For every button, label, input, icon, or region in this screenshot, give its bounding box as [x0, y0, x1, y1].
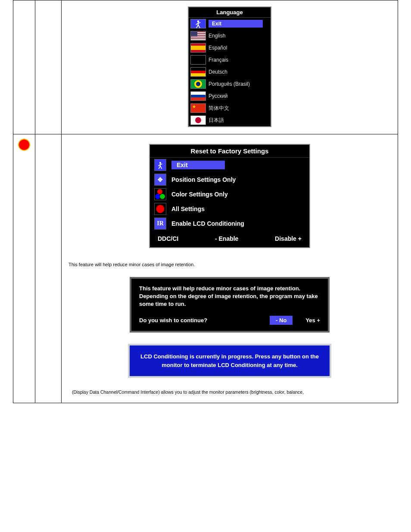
language-item-exit[interactable]: Exit: [189, 18, 271, 30]
language-item-label: Français: [209, 57, 228, 63]
flag-us-icon: [190, 31, 206, 40]
reset-footer: DDC/CI - Enable Disable +: [150, 231, 309, 244]
language-item-label: Русский: [209, 93, 228, 99]
language-item-label: 简体中文: [209, 105, 229, 112]
reset-item-all[interactable]: All Settings: [150, 202, 309, 216]
ir-icon: IR: [154, 218, 166, 230]
all-settings-icon: [154, 203, 166, 215]
language-item-label: Español: [209, 45, 227, 51]
disable-option[interactable]: Disable +: [275, 235, 302, 242]
language-item-portugues[interactable]: Português (Brasil): [189, 78, 271, 90]
reset-item-label: Enable LCD Conditioning: [171, 220, 244, 227]
position-arrows-icon: ✥: [154, 174, 166, 186]
language-item-deutsch[interactable]: Deutsch: [189, 66, 271, 78]
flag-ru-icon: [190, 91, 206, 101]
language-item-japanese[interactable]: 日本語: [189, 114, 271, 126]
reset-item-lcd-conditioning[interactable]: IR Enable LCD Conditioning: [150, 216, 309, 231]
reset-item-label: Color Settings Only: [171, 191, 228, 198]
language-osd-menu: Language Exit English Español: [188, 6, 271, 127]
reset-item-color[interactable]: Color Settings Only: [150, 187, 309, 202]
confirm-text: This feature will help reduce minor case…: [139, 285, 320, 308]
language-item-label: English: [209, 33, 225, 39]
image-retention-note: This feature will help reduce minor case…: [68, 261, 391, 268]
flag-cn-icon: [190, 103, 206, 113]
language-item-russian[interactable]: Русский: [189, 90, 271, 102]
confirm-no-button[interactable]: - No: [270, 316, 293, 325]
reset-item-label: Position Settings Only: [171, 176, 236, 183]
factory-reset-title: Reset to Factory Settings: [150, 145, 309, 158]
language-item-espanol[interactable]: Español: [189, 42, 271, 54]
exit-icon: [190, 19, 206, 28]
flag-jp-icon: [190, 115, 206, 125]
ddcci-label: DDC/CI: [158, 235, 178, 242]
flag-es-icon: [190, 43, 206, 53]
language-item-english[interactable]: English: [189, 30, 271, 42]
rgb-circles-icon: [154, 188, 166, 200]
language-item-label: Deutsch: [209, 69, 227, 75]
language-item-label: 日本語: [209, 117, 224, 124]
flag-br-icon: [190, 79, 206, 89]
lcd-conditioning-confirm-dialog: This feature will help reduce minor case…: [130, 277, 330, 333]
confirm-yes-button[interactable]: Yes +: [305, 317, 320, 324]
language-item-label: Português (Brasil): [209, 81, 250, 87]
reset-item-position[interactable]: ✥ Position Settings Only: [150, 172, 309, 187]
reset-item-label: All Settings: [171, 205, 205, 212]
ddcci-description: (Display Data Channel/Command Interface)…: [72, 389, 387, 396]
flag-fr-icon: [190, 55, 206, 65]
language-item-chinese[interactable]: 简体中文: [189, 102, 271, 114]
reset-item-exit[interactable]: Exit: [150, 158, 309, 172]
lcd-conditioning-progress-banner: LCD Conditioning is currently in progres…: [128, 344, 331, 378]
flag-de-icon: [190, 67, 206, 77]
language-item-francais[interactable]: Français: [189, 54, 271, 66]
factory-reset-osd-menu: Reset to Factory Settings Exit ✥ Positio…: [149, 144, 310, 248]
reset-item-label: Exit: [171, 161, 225, 169]
language-menu-title: Language: [189, 7, 271, 18]
language-item-label: Exit: [209, 20, 263, 28]
factory-reset-row-icon: [18, 139, 30, 151]
enable-option[interactable]: - Enable: [215, 235, 238, 242]
confirm-question: Do you wish to continue?: [139, 317, 257, 324]
exit-icon: [154, 159, 166, 171]
